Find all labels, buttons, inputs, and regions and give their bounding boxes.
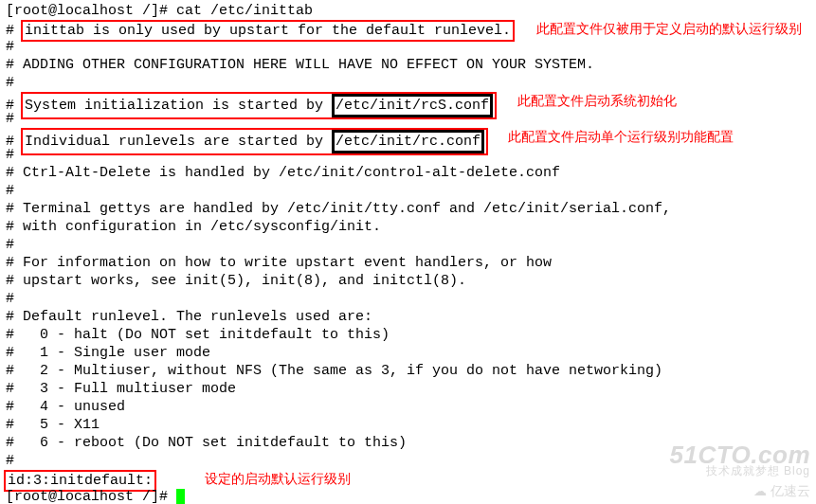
terminal-line: # Terminal gettys are handled by /etc/in…: [6, 200, 816, 218]
shell-prompt: [root@localhost /]#: [6, 3, 176, 19]
annotation-2: 此配置文件启动系统初始化: [517, 92, 677, 110]
terminal-line: # inittab is only used by upstart for th…: [6, 20, 816, 38]
terminal-line: # 3 - Full multiuser mode: [6, 380, 816, 398]
terminal-line: #: [6, 146, 816, 164]
terminal-line: # 5 - X11: [6, 416, 816, 434]
terminal-line: #: [6, 38, 816, 56]
command-text: cat /etc/inittab: [176, 3, 313, 19]
terminal-line: [root@localhost /]#: [6, 488, 816, 504]
terminal-line: #: [6, 182, 816, 200]
terminal-line: # Ctrl-Alt-Delete is handled by /etc/ini…: [6, 164, 816, 182]
terminal-line: # Individual runlevels are started by /e…: [6, 128, 816, 146]
terminal-line: # 1 - Single user mode: [6, 344, 816, 362]
annotation-1: 此配置文件仅被用于定义启动的默认运行级别: [536, 20, 802, 38]
terminal-line: # 0 - halt (Do NOT set initdefault to th…: [6, 326, 816, 344]
shell-prompt: [root@localhost /]#: [6, 489, 176, 504]
annotation-3: 此配置文件启动单个运行级别功能配置: [508, 128, 734, 146]
terminal-line: # For information on how to write upstar…: [6, 254, 816, 272]
terminal-line: #: [6, 452, 816, 470]
terminal-line: id:3:initdefault:设定的启动默认运行级别: [6, 470, 816, 488]
terminal-line: #: [6, 236, 816, 254]
terminal-line: # System initialization is started by /e…: [6, 92, 816, 110]
terminal-line: # Default runlevel. The runlevels used a…: [6, 308, 816, 326]
annotation-4: 设定的启动默认运行级别: [205, 470, 351, 488]
terminal-line: # 4 - unused: [6, 398, 816, 416]
terminal-line: # 6 - reboot (Do NOT set initdefault to …: [6, 434, 816, 452]
terminal-line: # ADDING OTHER CONFIGURATION HERE WILL H…: [6, 56, 816, 74]
terminal-line: #: [6, 290, 816, 308]
cursor-block[interactable]: [176, 489, 185, 504]
terminal-line: # 2 - Multiuser, without NFS (The same a…: [6, 362, 816, 380]
terminal-line: #: [6, 110, 816, 128]
terminal-line: #: [6, 74, 816, 92]
terminal-line: [root@localhost /]# cat /etc/inittab: [6, 2, 816, 20]
terminal-line: # with configuration in /etc/sysconfig/i…: [6, 218, 816, 236]
terminal-line: # upstart works, see init(5), init(8), a…: [6, 272, 816, 290]
